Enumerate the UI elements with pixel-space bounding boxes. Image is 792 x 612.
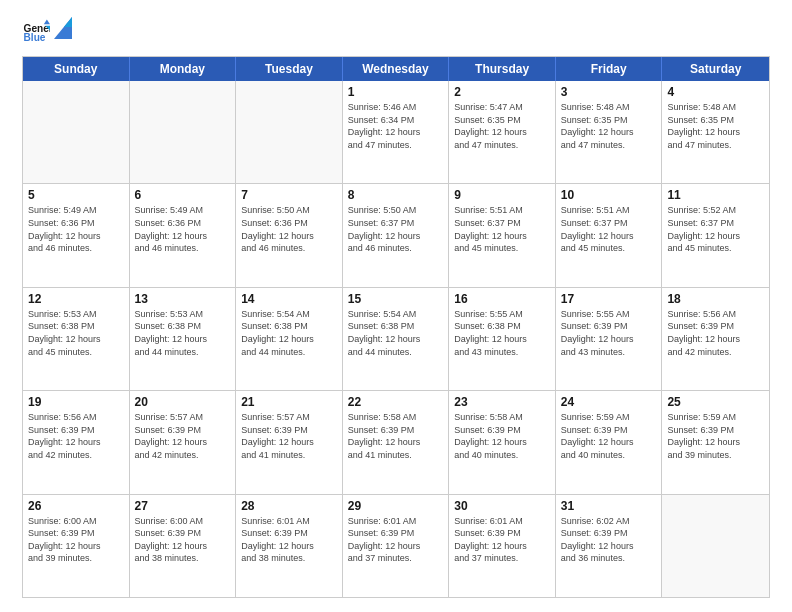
cal-cell: 19Sunrise: 5:56 AM Sunset: 6:39 PM Dayli… bbox=[23, 391, 130, 493]
cal-cell: 9Sunrise: 5:51 AM Sunset: 6:37 PM Daylig… bbox=[449, 184, 556, 286]
cal-cell: 5Sunrise: 5:49 AM Sunset: 6:36 PM Daylig… bbox=[23, 184, 130, 286]
day-number: 27 bbox=[135, 499, 231, 513]
day-info: Sunrise: 5:52 AM Sunset: 6:37 PM Dayligh… bbox=[667, 204, 764, 254]
cal-cell: 2Sunrise: 5:47 AM Sunset: 6:35 PM Daylig… bbox=[449, 81, 556, 183]
day-number: 3 bbox=[561, 85, 657, 99]
day-number: 17 bbox=[561, 292, 657, 306]
cal-cell: 14Sunrise: 5:54 AM Sunset: 6:38 PM Dayli… bbox=[236, 288, 343, 390]
logo-icon: General Blue bbox=[22, 18, 50, 46]
day-number: 16 bbox=[454, 292, 550, 306]
weekday-header-monday: Monday bbox=[130, 57, 237, 81]
day-number: 14 bbox=[241, 292, 337, 306]
day-info: Sunrise: 6:02 AM Sunset: 6:39 PM Dayligh… bbox=[561, 515, 657, 565]
day-info: Sunrise: 5:57 AM Sunset: 6:39 PM Dayligh… bbox=[241, 411, 337, 461]
day-number: 31 bbox=[561, 499, 657, 513]
day-number: 7 bbox=[241, 188, 337, 202]
day-number: 18 bbox=[667, 292, 764, 306]
logo-triangle-icon bbox=[54, 17, 72, 39]
day-info: Sunrise: 5:49 AM Sunset: 6:36 PM Dayligh… bbox=[135, 204, 231, 254]
day-info: Sunrise: 5:50 AM Sunset: 6:37 PM Dayligh… bbox=[348, 204, 444, 254]
weekday-header-tuesday: Tuesday bbox=[236, 57, 343, 81]
page: General Blue SundayMondayTuesdayWednesda… bbox=[0, 0, 792, 612]
week-row-3: 12Sunrise: 5:53 AM Sunset: 6:38 PM Dayli… bbox=[23, 288, 769, 391]
day-info: Sunrise: 5:46 AM Sunset: 6:34 PM Dayligh… bbox=[348, 101, 444, 151]
day-number: 13 bbox=[135, 292, 231, 306]
cal-cell: 29Sunrise: 6:01 AM Sunset: 6:39 PM Dayli… bbox=[343, 495, 450, 597]
day-number: 12 bbox=[28, 292, 124, 306]
cal-cell: 13Sunrise: 5:53 AM Sunset: 6:38 PM Dayli… bbox=[130, 288, 237, 390]
day-number: 21 bbox=[241, 395, 337, 409]
day-number: 4 bbox=[667, 85, 764, 99]
day-number: 22 bbox=[348, 395, 444, 409]
day-info: Sunrise: 5:57 AM Sunset: 6:39 PM Dayligh… bbox=[135, 411, 231, 461]
cal-cell bbox=[662, 495, 769, 597]
cal-cell: 8Sunrise: 5:50 AM Sunset: 6:37 PM Daylig… bbox=[343, 184, 450, 286]
cal-cell: 30Sunrise: 6:01 AM Sunset: 6:39 PM Dayli… bbox=[449, 495, 556, 597]
day-info: Sunrise: 6:00 AM Sunset: 6:39 PM Dayligh… bbox=[28, 515, 124, 565]
day-info: Sunrise: 5:58 AM Sunset: 6:39 PM Dayligh… bbox=[348, 411, 444, 461]
day-number: 5 bbox=[28, 188, 124, 202]
day-number: 28 bbox=[241, 499, 337, 513]
day-info: Sunrise: 5:47 AM Sunset: 6:35 PM Dayligh… bbox=[454, 101, 550, 151]
cal-cell: 3Sunrise: 5:48 AM Sunset: 6:35 PM Daylig… bbox=[556, 81, 663, 183]
day-info: Sunrise: 5:59 AM Sunset: 6:39 PM Dayligh… bbox=[561, 411, 657, 461]
cal-cell bbox=[236, 81, 343, 183]
day-number: 30 bbox=[454, 499, 550, 513]
day-number: 23 bbox=[454, 395, 550, 409]
day-number: 19 bbox=[28, 395, 124, 409]
cal-cell: 15Sunrise: 5:54 AM Sunset: 6:38 PM Dayli… bbox=[343, 288, 450, 390]
svg-text:Blue: Blue bbox=[24, 32, 46, 43]
day-info: Sunrise: 5:56 AM Sunset: 6:39 PM Dayligh… bbox=[667, 308, 764, 358]
cal-cell: 24Sunrise: 5:59 AM Sunset: 6:39 PM Dayli… bbox=[556, 391, 663, 493]
cal-cell: 20Sunrise: 5:57 AM Sunset: 6:39 PM Dayli… bbox=[130, 391, 237, 493]
day-info: Sunrise: 5:56 AM Sunset: 6:39 PM Dayligh… bbox=[28, 411, 124, 461]
day-info: Sunrise: 5:53 AM Sunset: 6:38 PM Dayligh… bbox=[28, 308, 124, 358]
cal-cell: 17Sunrise: 5:55 AM Sunset: 6:39 PM Dayli… bbox=[556, 288, 663, 390]
cal-cell: 6Sunrise: 5:49 AM Sunset: 6:36 PM Daylig… bbox=[130, 184, 237, 286]
week-row-2: 5Sunrise: 5:49 AM Sunset: 6:36 PM Daylig… bbox=[23, 184, 769, 287]
day-info: Sunrise: 5:51 AM Sunset: 6:37 PM Dayligh… bbox=[561, 204, 657, 254]
svg-marker-4 bbox=[54, 17, 72, 39]
cal-cell: 31Sunrise: 6:02 AM Sunset: 6:39 PM Dayli… bbox=[556, 495, 663, 597]
header: General Blue bbox=[22, 18, 770, 46]
day-number: 29 bbox=[348, 499, 444, 513]
day-number: 1 bbox=[348, 85, 444, 99]
cal-cell: 11Sunrise: 5:52 AM Sunset: 6:37 PM Dayli… bbox=[662, 184, 769, 286]
cal-cell: 18Sunrise: 5:56 AM Sunset: 6:39 PM Dayli… bbox=[662, 288, 769, 390]
calendar: SundayMondayTuesdayWednesdayThursdayFrid… bbox=[22, 56, 770, 598]
day-info: Sunrise: 5:54 AM Sunset: 6:38 PM Dayligh… bbox=[348, 308, 444, 358]
logo: General Blue bbox=[22, 18, 72, 46]
day-number: 25 bbox=[667, 395, 764, 409]
cal-cell: 10Sunrise: 5:51 AM Sunset: 6:37 PM Dayli… bbox=[556, 184, 663, 286]
cal-cell: 27Sunrise: 6:00 AM Sunset: 6:39 PM Dayli… bbox=[130, 495, 237, 597]
week-row-5: 26Sunrise: 6:00 AM Sunset: 6:39 PM Dayli… bbox=[23, 495, 769, 597]
cal-cell: 4Sunrise: 5:48 AM Sunset: 6:35 PM Daylig… bbox=[662, 81, 769, 183]
cal-cell: 12Sunrise: 5:53 AM Sunset: 6:38 PM Dayli… bbox=[23, 288, 130, 390]
cal-cell: 21Sunrise: 5:57 AM Sunset: 6:39 PM Dayli… bbox=[236, 391, 343, 493]
day-number: 8 bbox=[348, 188, 444, 202]
day-info: Sunrise: 5:55 AM Sunset: 6:39 PM Dayligh… bbox=[561, 308, 657, 358]
day-number: 11 bbox=[667, 188, 764, 202]
day-info: Sunrise: 5:55 AM Sunset: 6:38 PM Dayligh… bbox=[454, 308, 550, 358]
weekday-header-sunday: Sunday bbox=[23, 57, 130, 81]
calendar-body: 1Sunrise: 5:46 AM Sunset: 6:34 PM Daylig… bbox=[23, 81, 769, 597]
day-info: Sunrise: 5:50 AM Sunset: 6:36 PM Dayligh… bbox=[241, 204, 337, 254]
day-number: 9 bbox=[454, 188, 550, 202]
cal-cell: 26Sunrise: 6:00 AM Sunset: 6:39 PM Dayli… bbox=[23, 495, 130, 597]
day-number: 15 bbox=[348, 292, 444, 306]
weekday-header-thursday: Thursday bbox=[449, 57, 556, 81]
weekday-header-friday: Friday bbox=[556, 57, 663, 81]
day-number: 6 bbox=[135, 188, 231, 202]
day-info: Sunrise: 5:49 AM Sunset: 6:36 PM Dayligh… bbox=[28, 204, 124, 254]
week-row-1: 1Sunrise: 5:46 AM Sunset: 6:34 PM Daylig… bbox=[23, 81, 769, 184]
cal-cell: 16Sunrise: 5:55 AM Sunset: 6:38 PM Dayli… bbox=[449, 288, 556, 390]
cal-cell: 23Sunrise: 5:58 AM Sunset: 6:39 PM Dayli… bbox=[449, 391, 556, 493]
cal-cell: 22Sunrise: 5:58 AM Sunset: 6:39 PM Dayli… bbox=[343, 391, 450, 493]
day-info: Sunrise: 5:54 AM Sunset: 6:38 PM Dayligh… bbox=[241, 308, 337, 358]
day-info: Sunrise: 6:01 AM Sunset: 6:39 PM Dayligh… bbox=[348, 515, 444, 565]
day-info: Sunrise: 6:00 AM Sunset: 6:39 PM Dayligh… bbox=[135, 515, 231, 565]
cal-cell: 7Sunrise: 5:50 AM Sunset: 6:36 PM Daylig… bbox=[236, 184, 343, 286]
svg-marker-2 bbox=[44, 20, 50, 25]
cal-cell: 1Sunrise: 5:46 AM Sunset: 6:34 PM Daylig… bbox=[343, 81, 450, 183]
day-info: Sunrise: 5:59 AM Sunset: 6:39 PM Dayligh… bbox=[667, 411, 764, 461]
